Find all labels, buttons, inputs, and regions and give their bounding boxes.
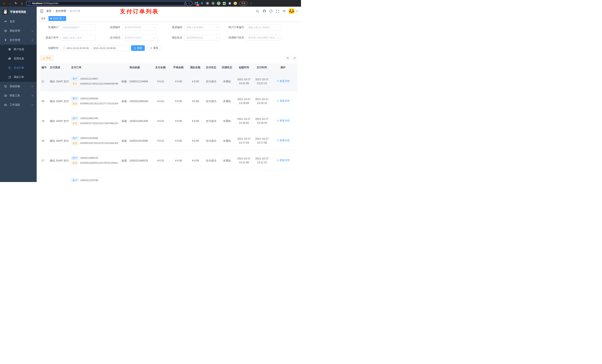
refund-status-select[interactable]: 请选择退款状态 (184, 35, 220, 41)
browser-back-icon[interactable]: ← (2, 2, 6, 5)
url-text: localhost:1024/pay/order (32, 2, 58, 5)
chevron-down-icon (32, 30, 34, 32)
gear-icon (4, 29, 7, 32)
search-button[interactable]: 搜索 (131, 45, 145, 51)
bookmark-star-icon[interactable]: ☆ (188, 2, 190, 5)
table-header-row: 编号 支付渠道 支付订单 商品标题 支付金额 手续金额 退款金额 支付状态 回调… (40, 63, 297, 72)
table-toolbar: 导出 (40, 55, 297, 61)
sidebar-item-workflow[interactable]: 工作流程 (0, 100, 37, 110)
avatar-caret-icon[interactable]: ▼ (296, 10, 298, 12)
site-info-icon[interactable]: i (28, 2, 31, 5)
extension-chat-icon[interactable] (223, 2, 226, 5)
help-icon[interactable]: ? (269, 10, 273, 13)
extension-kite-icon[interactable] (200, 2, 204, 5)
reset-button[interactable]: 重置 (147, 45, 161, 51)
url-bar[interactable]: i localhost:1024/pay/order ☆ (26, 1, 193, 6)
fullscreen-icon[interactable] (276, 10, 279, 13)
view-detail-link[interactable]: 查看详情 (277, 99, 290, 103)
sidebar-item-app-info[interactable]: 应用信息 (0, 54, 37, 63)
merchant-tag: 商户 (71, 77, 79, 81)
merchant-order-no-input[interactable] (246, 24, 281, 30)
create-time-range-picker[interactable]: 2021-10-01 00:00:00 - 2021-10-31 23:59:5… (61, 45, 129, 51)
main-area: 首页 / 支付管理 / 支付订单 支付订单列表 ? (37, 7, 301, 182)
pay-tag: 支付 (71, 102, 79, 106)
export-button[interactable]: 导出 (40, 55, 53, 61)
toolbox-icon (4, 94, 7, 97)
view-detail-link[interactable]: 查看详情 (277, 119, 290, 123)
view-detail-link[interactable]: 查看详情 (277, 158, 290, 162)
merchant-tag: 商户 (71, 116, 79, 121)
app-id-select[interactable]: 请选择应用信息 (123, 24, 158, 30)
notify-status-select[interactable]: 请选择订单回调商户状态 (246, 35, 281, 41)
profile-emoji-icon[interactable] (234, 2, 237, 5)
sidebar-item-system[interactable]: 系统管理 (0, 26, 37, 35)
sidebar: 芋道管理系统 首页 系统管理 ¥ 支付管理 (0, 7, 37, 182)
chevron-down-icon (277, 37, 279, 39)
sidebar-fold-icon[interactable] (40, 10, 43, 13)
yen-circle-icon: ¥ (8, 66, 11, 69)
sidebar-item-pay-order[interactable]: ¥ 支付订单 (0, 63, 37, 73)
table-row-partial: 商户1635311254796 (40, 171, 297, 182)
breadcrumb-payment[interactable]: 支付管理 (55, 10, 66, 13)
extensions-puzzle-icon[interactable] (228, 2, 231, 5)
extension-diamond-icon[interactable]: 10 (195, 2, 198, 5)
sidebar-item-home[interactable]: 首页 (0, 17, 37, 26)
document-icon (8, 76, 11, 79)
extension-record-icon[interactable] (211, 2, 215, 5)
font-size-icon[interactable]: TT (283, 10, 285, 13)
sidebar-item-refund-order[interactable]: 退款订单 (0, 73, 37, 82)
channel-code-select[interactable]: 请输入渠道编码 (184, 24, 220, 30)
pay-status-select[interactable]: 请选择支付状态 (123, 35, 158, 41)
svg-text:?: ? (270, 10, 271, 12)
ext-square (195, 3, 196, 5)
filter-row-1: 所属商户 应用编号 请选择应用信息 渠道编码 请输入渠道编码 (40, 24, 297, 30)
filter-pay-status: 支付状态 请选择支付状态 (102, 35, 158, 41)
page-title-annotation: 支付订单列表 (120, 8, 159, 15)
table-row: 17 微信 JSAPI 支付 商户1635311468233 支付4200001… (40, 151, 297, 171)
extensions-row: 10 ⌘ y (195, 2, 237, 5)
browser-home-icon[interactable]: ⌂ (20, 2, 24, 5)
tab-home[interactable]: 首页 (39, 16, 47, 21)
sidebar-item-payment[interactable]: ¥ 支付管理 (0, 35, 37, 45)
table-search-toggle-icon[interactable] (285, 55, 290, 61)
page: ← → ↻ ⌂ i localhost:1024/pay/order ☆ 10 … (0, 0, 301, 182)
table-row: 20 微信 JSAPI 支付 商户1635311949168 支付4200001… (40, 91, 297, 111)
filter-row-3: 创建时间 2021-10-01 00:00:00 - 2021-10-31 23… (40, 45, 297, 51)
filter-notify-status: 回调商户状态 请选择订单回调商户状态 (226, 35, 282, 41)
pay-tag: 支付 (71, 141, 79, 145)
sidebar-item-dev-tools[interactable]: 研发工具 (0, 91, 37, 100)
table-refresh-icon[interactable] (292, 55, 297, 61)
channel-order-no-input[interactable] (61, 35, 96, 41)
view-detail-link[interactable]: 查看详情 (277, 139, 290, 142)
app: 芋道管理系统 首页 系统管理 ¥ 支付管理 (0, 7, 301, 182)
table-row: 21 微信 JSAPI 支付 商户1635312124657 支付4200001… (40, 72, 297, 91)
view-detail-link[interactable]: 查看详情 (277, 79, 290, 83)
content: 所属商户 应用编号 请选择应用信息 渠道编码 请输入渠道编码 (37, 22, 301, 182)
browser-update-button[interactable]: 更新 (239, 1, 248, 6)
search-icon[interactable] (256, 10, 259, 13)
filter-merchant-order-no: 商户订单编号 (226, 24, 282, 30)
pay-tag: 支付 (71, 161, 79, 165)
github-icon[interactable] (263, 10, 266, 13)
browser-forward-icon[interactable]: → (8, 2, 12, 5)
sidebar-item-merchant-info[interactable]: 商户信息 (0, 45, 37, 54)
filter-row-2: 渠道订单号 支付状态 请选择支付状态 退款状态 请选择退款状态 (40, 35, 297, 41)
date-end: 2021-10-31 23:59:59 (93, 47, 116, 50)
table-row: 18 微信 JSAPI 支付 商户1635311823086 支付4200001… (40, 131, 297, 151)
chevron-down-icon (154, 37, 156, 39)
merchant-input[interactable] (61, 24, 96, 30)
tab-pay-order[interactable]: 支付订单 × (49, 16, 66, 21)
tab-close-icon[interactable]: × (63, 17, 64, 20)
breadcrumb-home[interactable]: 首页 (46, 10, 52, 13)
share-icon[interactable] (184, 2, 187, 5)
avatar[interactable] (289, 8, 294, 14)
extension-command-icon[interactable]: ⌘ (206, 2, 209, 5)
browser-reload-icon[interactable]: ↻ (14, 2, 18, 5)
app-logo[interactable]: 芋道管理系统 (0, 7, 37, 17)
sidebar-item-infrastructure[interactable]: 基础设施 (0, 82, 37, 91)
active-tab-dot (50, 18, 52, 19)
extension-badge: 10 (196, 4, 199, 6)
chevron-down-icon (32, 95, 34, 96)
browser-menu-icon[interactable]: ⋮ (250, 2, 252, 5)
extension-y-icon[interactable]: y (217, 2, 220, 5)
